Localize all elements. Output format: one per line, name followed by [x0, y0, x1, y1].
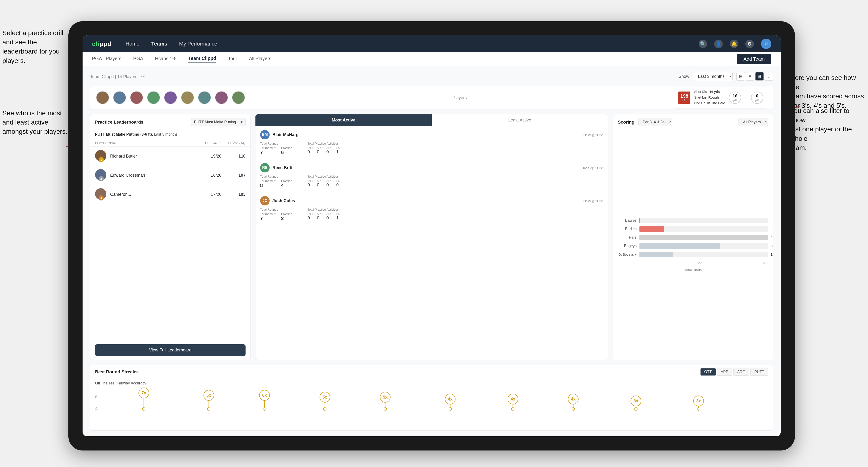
tab-least-active[interactable]: Least Active: [432, 115, 608, 126]
activity-item-1: BM Blair McHarg 26 Aug 2023 Total Rounds: [255, 126, 608, 159]
bell-icon[interactable]: 🔔: [730, 40, 738, 48]
list-view-btn[interactable]: ≡: [746, 72, 754, 81]
player-avatar-9[interactable]: [232, 91, 245, 104]
svg-text:7x: 7x: [142, 391, 146, 395]
view-full-leaderboard-button[interactable]: View Full Leaderboard: [95, 344, 246, 356]
svg-point-24: [384, 408, 386, 410]
sort-btn[interactable]: ↕: [765, 72, 773, 81]
annotation-bottom-left: See who is the most and least active amo…: [2, 108, 68, 136]
svg-point-28: [449, 408, 452, 410]
shot-circles: 16 yds → 0 yds: [729, 92, 763, 104]
lb-row-1: 1 Richard Butler 19/20 110: [90, 147, 250, 166]
people-icon[interactable]: 👤: [714, 40, 723, 48]
nav-home[interactable]: Home: [126, 41, 140, 47]
svg-text:6x: 6x: [206, 393, 211, 398]
sub-nav-tour[interactable]: Tour: [228, 56, 237, 62]
filter-putt[interactable]: PUTT: [750, 368, 768, 376]
lb-dropdown[interactable]: PUTT Must Make Putting... ▾: [191, 118, 246, 126]
tablet-screen: clippd Home Teams My Performance 🔍 👤 🔔 ⚙…: [83, 35, 781, 436]
activity-avatar-1: BM: [260, 130, 270, 139]
scoring-header: Scoring Par 3, 4 & 5s All Players: [613, 115, 773, 130]
lb-player-avatar-3: 3: [95, 188, 107, 200]
annotation-bottom-right: You can also filter to show just one pla…: [790, 106, 866, 152]
player-avatar-5[interactable]: [164, 91, 177, 104]
activity-item-3: JC Josh Coles 26 Aug 2023 Total Rounds T…: [255, 192, 608, 225]
lb-player-name-2: Edward Crossman: [110, 173, 197, 178]
svg-point-12: [207, 408, 210, 410]
bar-pars: [640, 235, 768, 240]
svg-text:4x: 4x: [511, 397, 516, 401]
app-logo: clippd: [92, 40, 112, 48]
bottom-filter-group: OTT APP ARG PUTT: [700, 368, 768, 376]
bottom-header: Best Round Streaks OTT APP ARG PUTT: [90, 365, 773, 379]
settings-icon[interactable]: ⚙: [745, 40, 754, 48]
best-round-streaks-panel: Best Round Streaks OTT APP ARG PUTT Off …: [90, 365, 773, 431]
lb-rows: 1 Richard Butler 19/20 110 2 Edward Cros: [90, 147, 250, 341]
x-axis: 0 200 400: [618, 261, 768, 264]
svg-text:5x: 5x: [383, 395, 388, 400]
sub-nav-team-clippd[interactable]: Team Clippd: [188, 56, 216, 63]
svg-point-20: [323, 408, 326, 410]
player-avatar-2[interactable]: [113, 91, 126, 104]
bottom-title: Best Round Streaks: [95, 369, 138, 375]
activity-name-1: Blair McHarg: [272, 132, 299, 137]
streak-svg: 6 4 7x 6x: [95, 385, 768, 421]
tablet-frame: clippd Home Teams My Performance 🔍 👤 🔔 ⚙…: [68, 21, 795, 450]
user-avatar[interactable]: U: [761, 39, 771, 49]
activity-date-1: 26 Aug 2023: [583, 133, 603, 137]
player-avatar-1[interactable]: [96, 91, 109, 104]
search-icon[interactable]: 🔍: [699, 40, 707, 48]
activity-items: BM Blair McHarg 26 Aug 2023 Total Rounds: [255, 126, 608, 360]
annotation-top-left: Select a practice drill and see the lead…: [2, 28, 68, 65]
chart-row-eagles: Eagles 3: [618, 218, 768, 223]
svg-point-16: [263, 408, 266, 410]
edit-team-icon[interactable]: ✏: [141, 74, 145, 79]
player-avatar-8[interactable]: [215, 91, 228, 104]
lb-score-2: 18/20: [200, 173, 221, 178]
nav-performance[interactable]: My Performance: [179, 41, 217, 47]
sub-nav-hcaps[interactable]: Hcaps 1-5: [155, 56, 177, 62]
svg-point-40: [634, 408, 637, 410]
team-header: Team Clippd | 14 Players ✏ Show Last 3 m…: [90, 72, 773, 81]
nav-bar: clippd Home Teams My Performance 🔍 👤 🔔 ⚙…: [83, 35, 781, 52]
player-avatar-4[interactable]: [147, 91, 160, 104]
bar-bogeys: [640, 243, 720, 249]
svg-point-32: [512, 408, 515, 410]
player-avatar-3[interactable]: [130, 91, 143, 104]
players-label: Players: [453, 95, 467, 100]
streak-chart: 6 4 7x 6x: [90, 385, 773, 428]
activity-avatar-3: JC: [260, 196, 270, 206]
filter-app[interactable]: APP: [717, 368, 733, 376]
svg-text:6x: 6x: [262, 393, 267, 398]
scoring-player-filter[interactable]: All Players: [739, 118, 768, 126]
lb-score-3: 17/20: [200, 192, 221, 197]
main-content: Team Clippd | 14 Players ✏ Show Last 3 m…: [83, 66, 781, 436]
player-avatar-7[interactable]: [198, 91, 211, 104]
lb-avg-3: 103: [224, 192, 246, 197]
nav-teams[interactable]: Teams: [151, 41, 167, 47]
three-column-section: Practice Leaderboards PUTT Must Make Put…: [90, 114, 773, 360]
tab-most-active[interactable]: Most Active: [255, 115, 432, 126]
svg-text:4x: 4x: [448, 397, 453, 401]
sub-nav-all-players[interactable]: All Players: [249, 56, 271, 62]
grid-view-btn[interactable]: ⊞: [736, 72, 745, 81]
scoring-par-filter[interactable]: Par 3, 4 & 5s: [638, 118, 672, 126]
activity-tabs: Most Active Least Active: [255, 115, 608, 126]
player-avatar-6[interactable]: [181, 91, 194, 104]
activity-item-2: RB Rees Britt 02 Sep 2023 Total Rounds T…: [255, 159, 608, 192]
lb-subtitle: PUTT Must Make Putting (3-6 ft), Last 3 …: [90, 130, 250, 139]
activity-name-2: Rees Britt: [272, 165, 292, 170]
annotation-top-right: Here you can see how the team have score…: [790, 73, 866, 110]
sub-nav-pga[interactable]: PGA: [133, 56, 143, 62]
show-select[interactable]: Last 3 months: [693, 72, 733, 81]
activity-stats-3: Total Rounds Tournament 7 Practice: [260, 208, 603, 221]
filter-arg[interactable]: ARG: [733, 368, 750, 376]
chart-row-pars: Pars 499: [618, 235, 768, 240]
add-team-button[interactable]: Add Team: [737, 54, 771, 64]
sub-nav-pgat[interactable]: PGAT Players: [92, 56, 121, 62]
filter-ott[interactable]: OTT: [700, 368, 716, 376]
card-view-btn[interactable]: ▦: [755, 72, 764, 81]
lb-row-3: 3 Cameron... 17/20 103: [90, 185, 250, 204]
activity-stats-2: Total Rounds Tournament 8 Practice: [260, 175, 603, 188]
lb-title: Practice Leaderboards: [95, 120, 144, 125]
